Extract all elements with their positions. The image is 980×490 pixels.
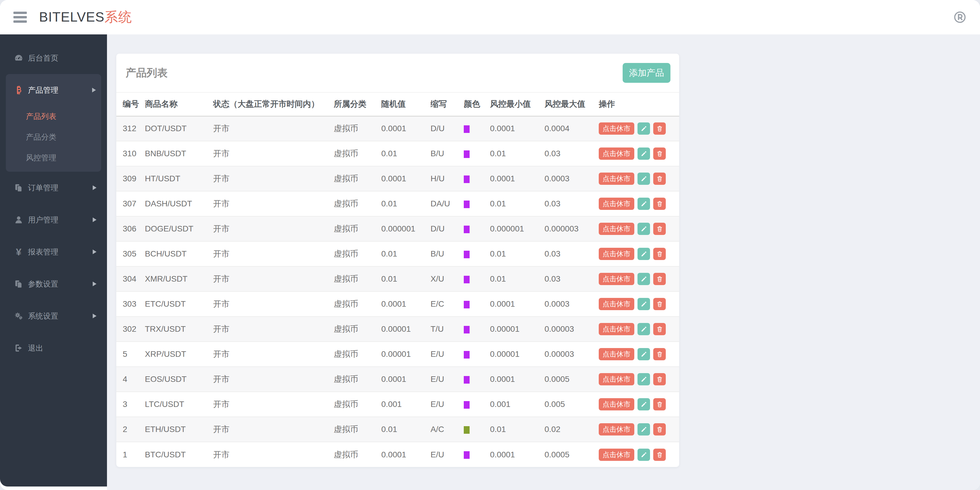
delete-button[interactable] — [653, 449, 666, 461]
toggle-market-button[interactable]: 点击休市 — [599, 348, 634, 360]
edit-button[interactable] — [638, 298, 650, 310]
edit-button[interactable] — [638, 449, 650, 461]
delete-button[interactable] — [653, 173, 666, 185]
chevron-right-icon — [93, 218, 97, 222]
edit-button[interactable] — [638, 323, 650, 335]
delete-button[interactable] — [653, 197, 666, 210]
sidebar-item-logout[interactable]: 退出 — [0, 332, 107, 364]
delete-button[interactable] — [653, 398, 666, 410]
cell-id: 309 — [116, 166, 145, 191]
sidebar-item-system[interactable]: 系统设置 — [0, 300, 107, 332]
cell-risk-min: 0.01 — [490, 191, 544, 216]
sidebar-item-product-management[interactable]: 产品管理 — [6, 74, 101, 106]
delete-button[interactable] — [653, 373, 666, 385]
table-row: 4 EOS/USDT 开市 虚拟币 0.0001 E/U 0.0001 0.00… — [116, 367, 679, 392]
sidebar-subitem-risk-management[interactable]: 风控管理 — [6, 148, 101, 168]
cell-actions: 点击休市 — [599, 442, 679, 467]
trash-icon — [656, 175, 663, 182]
edit-button[interactable] — [638, 373, 650, 385]
chevron-right-icon — [92, 88, 96, 92]
yen-icon: ¥ — [14, 247, 24, 257]
delete-button[interactable] — [653, 423, 666, 436]
cell-random-value: 0.01 — [381, 266, 431, 291]
edit-button[interactable] — [638, 273, 650, 285]
table-row: 312 DOT/USDT 开市 虚拟币 0.0001 D/U 0.0001 0.… — [116, 116, 679, 141]
sidebar-subitem-product-list[interactable]: 产品列表 — [6, 106, 101, 127]
toggle-market-button[interactable]: 点击休市 — [599, 423, 634, 436]
cell-risk-min: 0.000001 — [490, 216, 544, 241]
cell-color — [464, 116, 490, 141]
cell-actions: 点击休市 — [599, 266, 679, 291]
cell-risk-max: 0.03 — [544, 241, 599, 266]
toggle-market-button[interactable]: 点击休市 — [599, 373, 634, 385]
delete-button[interactable] — [653, 323, 666, 335]
cell-risk-min: 0.0001 — [490, 367, 544, 392]
delete-button[interactable] — [653, 248, 666, 260]
cell-random-value: 0.00001 — [381, 317, 431, 342]
delete-button[interactable] — [653, 148, 666, 160]
cell-color — [464, 442, 490, 467]
edit-pencil-icon — [640, 451, 648, 458]
toggle-market-button[interactable]: 点击休市 — [599, 223, 634, 235]
sidebar-item-orders[interactable]: 订单管理 — [0, 172, 107, 204]
menu-toggle-icon[interactable] — [13, 12, 27, 23]
toggle-market-button[interactable]: 点击休市 — [599, 248, 634, 260]
edit-button[interactable] — [638, 148, 650, 160]
cell-risk-min: 0.00001 — [490, 317, 544, 342]
edit-pencil-icon — [640, 401, 648, 408]
edit-pencil-icon — [640, 426, 648, 433]
sidebar-item-home[interactable]: 后台首页 — [0, 42, 107, 74]
cell-product-name: EOS/USDT — [145, 367, 213, 392]
sidebar-item-label: 退出 — [28, 343, 43, 353]
delete-button[interactable] — [653, 298, 666, 310]
registered-icon[interactable] — [953, 11, 967, 24]
table-row: 302 TRX/USDT 开市 虚拟币 0.00001 T/U 0.00001 … — [116, 317, 679, 342]
toggle-market-button[interactable]: 点击休市 — [599, 197, 634, 210]
cell-status: 开市 — [213, 216, 334, 241]
cell-color — [464, 392, 490, 417]
edit-button[interactable] — [638, 398, 650, 410]
delete-button[interactable] — [653, 223, 666, 235]
delete-button[interactable] — [653, 348, 666, 360]
sidebar-item-users[interactable]: 用户管理 — [0, 204, 107, 236]
topbar: BITELVES系统 — [0, 0, 980, 34]
sidebar-subitem-product-category[interactable]: 产品分类 — [6, 127, 101, 148]
toggle-market-button[interactable]: 点击休市 — [599, 173, 634, 185]
edit-button[interactable] — [638, 173, 650, 185]
toggle-market-button[interactable]: 点击休市 — [599, 298, 634, 310]
edit-button[interactable] — [638, 348, 650, 360]
toggle-market-button[interactable]: 点击休市 — [599, 398, 634, 410]
color-chip — [464, 376, 469, 383]
delete-button[interactable] — [653, 273, 666, 285]
toggle-market-button[interactable]: 点击休市 — [599, 273, 634, 285]
cell-color — [464, 342, 490, 367]
edit-button[interactable] — [638, 123, 650, 135]
cell-random-value: 0.0001 — [381, 442, 431, 467]
cell-random-value: 0.000001 — [381, 216, 431, 241]
cell-actions: 点击休市 — [599, 291, 679, 317]
edit-button[interactable] — [638, 423, 650, 436]
edit-button[interactable] — [638, 223, 650, 235]
edit-button[interactable] — [638, 197, 650, 210]
cell-product-name: ETH/USDT — [145, 417, 213, 442]
delete-button[interactable] — [653, 123, 666, 135]
col-category: 所属分类 — [334, 93, 381, 116]
toggle-market-button[interactable]: 点击休市 — [599, 148, 634, 160]
chevron-right-icon — [93, 313, 97, 318]
toggle-market-button[interactable]: 点击休市 — [599, 123, 634, 135]
cell-category: 虚拟币 — [334, 141, 381, 166]
cell-risk-min: 0.01 — [490, 266, 544, 291]
col-risk-min: 风控最小值 — [490, 93, 544, 116]
cell-abbr: E/U — [431, 367, 464, 392]
cell-product-name: ETC/USDT — [145, 291, 213, 317]
cell-status: 开市 — [213, 291, 334, 317]
sidebar-item-reports[interactable]: ¥ 报表管理 — [0, 236, 107, 268]
edit-button[interactable] — [638, 248, 650, 260]
toggle-market-button[interactable]: 点击休市 — [599, 449, 634, 461]
toggle-market-button[interactable]: 点击休市 — [599, 323, 634, 335]
add-product-button[interactable]: 添加产品 — [623, 63, 670, 83]
cell-risk-max: 0.03 — [544, 141, 599, 166]
sidebar-item-parameters[interactable]: 参数设置 — [0, 268, 107, 300]
cell-risk-max: 0.00003 — [544, 342, 599, 367]
cell-actions: 点击休市 — [599, 241, 679, 266]
